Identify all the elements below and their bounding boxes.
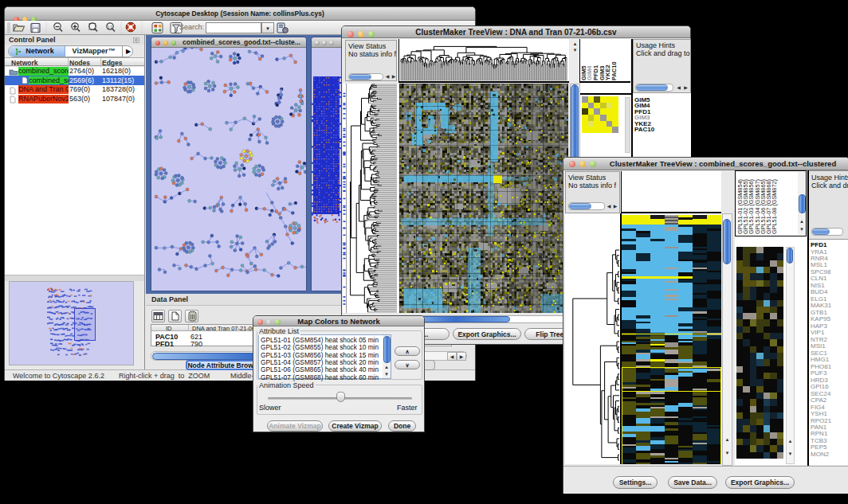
svg-text:GPL51-08 (GSM872): GPL51-08 (GSM872) [771,179,778,234]
svg-text:Search:: Search: [179,23,204,31]
svg-text:PAC10: PAC10 [610,61,618,80]
svg-text:1:1: 1:1 [108,25,113,29]
